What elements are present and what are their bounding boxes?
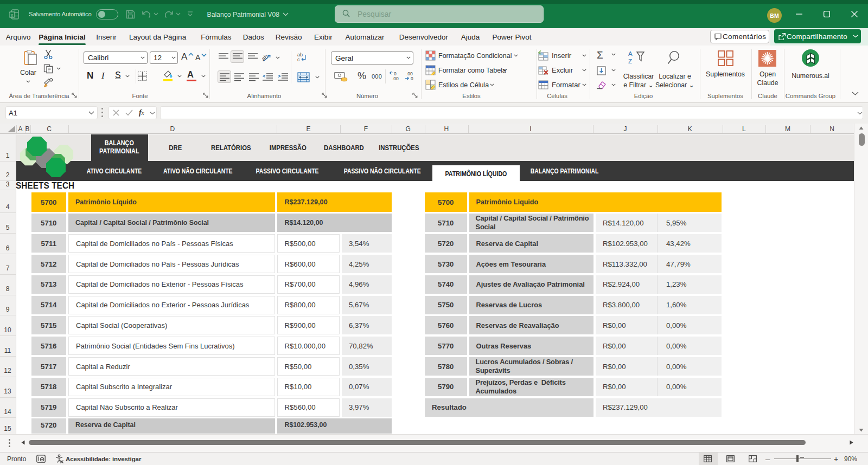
- svg-text:Z: Z: [628, 58, 632, 64]
- svg-text:x: x: [10, 12, 13, 18]
- svg-text:A: A: [628, 50, 633, 57]
- svg-text:.00: .00: [406, 71, 413, 76]
- svg-text:.00: .00: [392, 76, 399, 81]
- svg-text:0: 0: [411, 76, 413, 81]
- svg-text:ab: ab: [262, 53, 269, 62]
- svg-text:0: 0: [394, 71, 397, 76]
- svg-text:c: c: [297, 57, 300, 62]
